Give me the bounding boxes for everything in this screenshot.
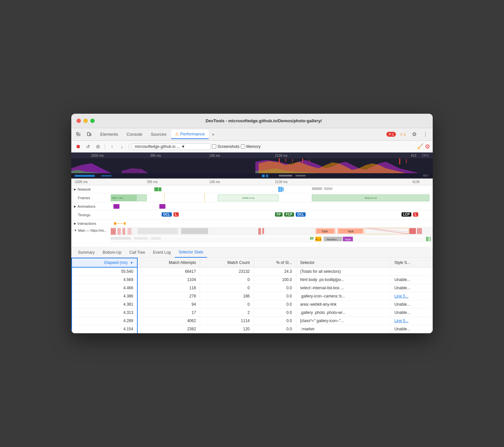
animations-content	[111, 202, 433, 210]
cell-elapsed-2: 4.466	[72, 284, 137, 292]
svg-rect-78	[426, 237, 429, 241]
svg-rect-19	[262, 175, 265, 177]
selector-stats-table: Elapsed (ms) ▼ Match Attempts Match Coun…	[71, 258, 433, 333]
panel-tabs: Summary Bottom-Up Call Tree Event Log Se…	[71, 247, 433, 258]
frames-label: Frames	[71, 196, 111, 200]
col-elapsed[interactable]: Elapsed (ms) ▼	[72, 258, 137, 267]
tab-performance[interactable]: ⚠ Performance	[171, 129, 209, 139]
interactions-label[interactable]: ▶ Interactions	[71, 222, 111, 225]
tab-bottom-up[interactable]: Bottom-Up	[99, 247, 125, 258]
tab-console[interactable]: Console	[123, 130, 146, 139]
clear-button[interactable]: ⊘	[94, 142, 102, 151]
tab-summary[interactable]: Summary	[74, 247, 99, 258]
ruler-136ms: 136 ms	[209, 180, 220, 184]
tab-elements[interactable]: Elements	[96, 130, 122, 139]
svg-rect-40	[113, 204, 119, 209]
error-badge: ✕ 1	[386, 132, 396, 137]
maximize-button[interactable]	[90, 119, 95, 123]
table-body: 55.540 66417 23132 24.3 (Totals for all …	[72, 267, 433, 333]
table-row: 4.386 278 186 0.0 .gallery-icon--camera:…	[72, 292, 433, 300]
upload-button[interactable]: ↑	[108, 142, 116, 151]
col-match-count[interactable]: Match Count	[200, 258, 254, 267]
svg-rect-17	[75, 175, 95, 177]
close-button[interactable]	[77, 119, 81, 123]
svg-rect-67	[111, 237, 131, 240]
svg-rect-23	[154, 187, 158, 191]
network-label[interactable]: ▶ Network	[71, 187, 111, 191]
cell-elapsed-1: 4.569	[72, 276, 137, 284]
col-selector[interactable]: Selector	[296, 258, 390, 267]
tab-event-log[interactable]: Event Log	[149, 247, 175, 258]
col-pct-slow[interactable]: % of Sl...	[254, 258, 296, 267]
network-expand-icon[interactable]: ▶	[74, 188, 76, 191]
svg-rect-27	[283, 187, 284, 191]
frames-content: 899.7 ms 2336.0 ms 2620.8 ms	[111, 193, 433, 202]
memory-label[interactable]: Memory	[246, 144, 261, 149]
svg-text:Task: Task	[347, 230, 354, 233]
device-toggle-icon[interactable]	[84, 130, 94, 139]
cell-style-3[interactable]: Line 5...	[390, 292, 433, 300]
top-ruler: 2000 ms 395 ms 136 ms 2136 ms 413 CPU	[71, 153, 433, 158]
cell-match-count-5: 2	[200, 309, 254, 317]
interactions-expand-icon[interactable]: ▶	[74, 222, 76, 225]
svg-rect-25	[278, 187, 280, 192]
svg-rect-49	[127, 228, 131, 235]
cell-style-2: Unable...	[390, 284, 433, 292]
tab-sources[interactable]: Sources	[147, 130, 171, 139]
main-expand-icon[interactable]: ▼	[74, 229, 77, 232]
cell-match-count-4: 0	[200, 300, 254, 309]
svg-rect-52	[258, 228, 261, 235]
cell-elapsed-0: 55.540	[72, 267, 137, 276]
record-button[interactable]: ⏺	[74, 142, 82, 151]
tab-selector-stats[interactable]: Selector Stats	[175, 247, 207, 258]
svg-rect-32	[137, 195, 147, 201]
svg-rect-13	[302, 158, 303, 162]
svg-marker-5	[122, 168, 148, 173]
toolbar-separator-1	[105, 144, 105, 150]
main-label[interactable]: ▼ Main — https://mi...	[71, 227, 111, 247]
tabs-right-controls: ✕ 1 ⚠ 1 ⚙ ⋮	[386, 130, 430, 139]
cell-elapsed-5: 4.313	[72, 309, 137, 317]
network-row: ▶ Network	[71, 185, 433, 193]
inspect-element-icon[interactable]	[74, 130, 83, 139]
cell-elapsed-6: 4.289	[72, 317, 137, 325]
net-overview	[71, 173, 433, 177]
dropdown-icon[interactable]: ▼	[181, 144, 185, 149]
reload-button[interactable]: ↺	[84, 142, 92, 151]
ruler-395ms: 395 ms	[147, 180, 158, 184]
more-options-icon[interactable]: ⋮	[421, 130, 430, 139]
memory-checkbox[interactable]	[241, 144, 245, 149]
cell-selector-2: select:-internal-list-box ...	[296, 284, 390, 292]
screenshots-checkbox[interactable]	[212, 144, 216, 149]
svg-marker-4	[81, 163, 115, 173]
animations-expand-icon[interactable]: ▶	[74, 205, 76, 208]
animations-label[interactable]: ▶ Animations	[71, 204, 111, 208]
svg-rect-10	[279, 158, 280, 163]
cell-selector-3: .gallery-icon--camera::b...	[296, 292, 390, 300]
table-row: 55.540 66417 23132 24.3 (Totals for all …	[72, 267, 433, 276]
timings-content: DCL L FP FCP DCL LCP L	[111, 210, 433, 219]
svg-rect-44	[124, 222, 126, 225]
svg-rect-64	[409, 228, 416, 234]
table-row: 4.289 4062 1114 0.0 [class*=" gallery-ic…	[72, 317, 433, 325]
col-match-attempts[interactable]: Match Attempts	[137, 258, 200, 267]
tab-more-button[interactable]: »	[209, 130, 217, 138]
svg-rect-42	[114, 222, 116, 225]
interactions-row: ▶ Interactions	[71, 220, 433, 227]
svg-rect-46	[111, 228, 116, 235]
selector-stats-table-wrapper: Elapsed (ms) ▼ Match Attempts Match Coun…	[71, 258, 433, 333]
cell-elapsed-3: 4.386	[72, 292, 137, 300]
settings-icon[interactable]: ⚙	[410, 130, 419, 139]
capture-settings-icon[interactable]: ⚙	[425, 143, 430, 150]
col-style-source[interactable]: Style S...	[390, 258, 433, 267]
tab-call-tree[interactable]: Call Tree	[126, 247, 149, 258]
toolbar-sweep-icon[interactable]: 🧹	[417, 143, 424, 150]
net-label: NET	[423, 174, 429, 177]
cpu-label: CPU	[422, 154, 429, 157]
svg-rect-1	[87, 132, 90, 136]
download-button[interactable]: ↓	[118, 142, 126, 151]
cell-match-attempts-2: 118	[137, 284, 200, 292]
minimize-button[interactable]	[83, 119, 88, 123]
screenshots-label[interactable]: Screenshots	[218, 144, 240, 149]
cell-style-6[interactable]: Line 5...	[390, 317, 433, 325]
